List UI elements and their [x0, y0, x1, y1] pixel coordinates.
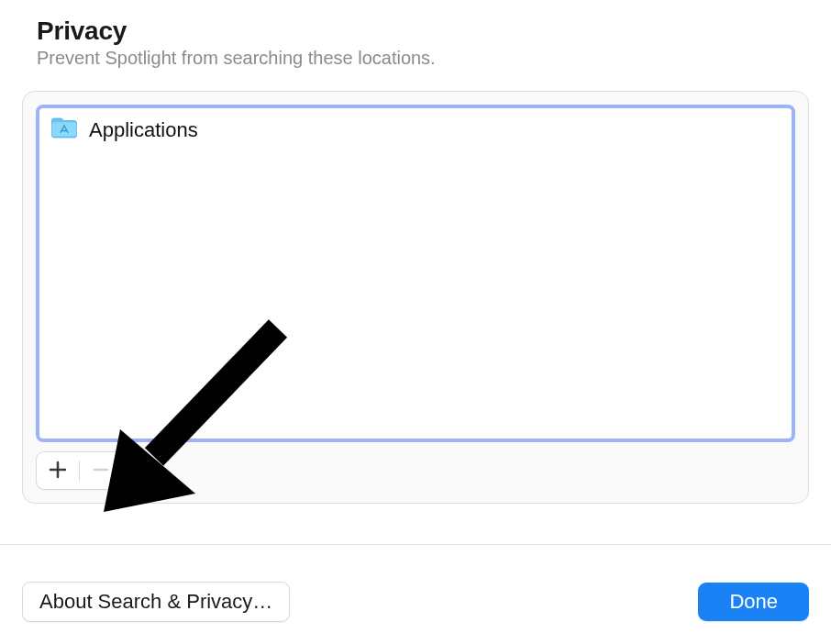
footer: About Search & Privacy… Done [0, 545, 831, 622]
svg-rect-0 [52, 122, 76, 137]
add-button[interactable] [37, 452, 79, 489]
list-item-label: Applications [89, 118, 198, 142]
applications-folder-icon [50, 116, 78, 145]
page-title: Privacy [37, 17, 794, 46]
remove-button[interactable] [80, 452, 122, 489]
privacy-panel: Applications [22, 91, 809, 504]
about-search-privacy-button[interactable]: About Search & Privacy… [22, 582, 290, 622]
done-button[interactable]: Done [698, 583, 809, 621]
excluded-locations-list[interactable]: Applications [36, 105, 795, 442]
list-item[interactable]: Applications [39, 108, 792, 152]
minus-icon [92, 461, 110, 482]
add-remove-control [36, 451, 123, 490]
page-subtitle: Prevent Spotlight from searching these l… [37, 48, 794, 69]
plus-icon [49, 461, 67, 482]
